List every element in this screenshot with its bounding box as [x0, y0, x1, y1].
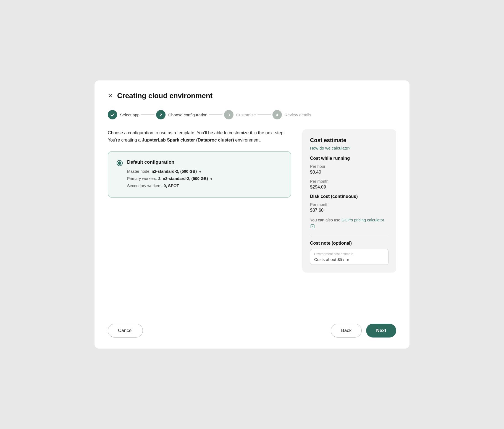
step-circle-4: 4	[272, 110, 282, 119]
step-select-app: Select app	[108, 110, 140, 119]
stepper: Select app 2 Choose configuration 3 Cust…	[108, 110, 396, 119]
step-2-label: Choose configuration	[168, 113, 208, 117]
content-area: Choose a configuration to use as a templ…	[108, 129, 396, 306]
divider	[310, 235, 389, 235]
cost-note-title: Cost note (optional)	[310, 241, 389, 246]
disk-section: Disk cost (continuous) Per month $37.60	[310, 194, 389, 213]
dialog-header: ✕ Creating cloud environment	[108, 91, 396, 100]
step-choose-config: 2 Choose configuration	[156, 110, 208, 119]
dialog-title: Creating cloud environment	[117, 91, 212, 100]
left-panel: Choose a configuration to use as a templ…	[108, 129, 291, 306]
step-customize: 3 Customize	[224, 110, 256, 119]
intro-text: Choose a configuration to use as a templ…	[108, 129, 290, 143]
intro-bold: JupyterLab Spark cluster (Dataproc clust…	[142, 138, 234, 142]
config-detail-primary: Primary workers: 2, n2-standard-2, (500 …	[127, 175, 282, 182]
config-card-header: Default configuration Master node: n2-st…	[117, 159, 282, 189]
footer-right: Back Next	[331, 324, 396, 338]
connector-2	[209, 114, 222, 115]
step-1-label: Select app	[120, 113, 140, 117]
config-detail-master: Master node: n2-standard-2, (500 GB) ●	[127, 168, 282, 175]
next-button[interactable]: Next	[366, 324, 396, 338]
pricing-note: You can also use GCP's pricing calculato…	[310, 217, 389, 229]
connector-1	[141, 114, 154, 115]
footer: Cancel Back Next	[108, 319, 396, 338]
disk-per-month-value: $37.60	[310, 208, 389, 213]
back-button[interactable]: Back	[331, 324, 362, 338]
disk-per-month-label: Per month	[310, 202, 389, 207]
disk-title: Disk cost (continuous)	[310, 194, 389, 199]
cost-panel: Cost estimate How do we calculate? Cost …	[302, 129, 396, 273]
per-hour-value: $0.40	[310, 170, 389, 175]
step-review: 4 Review details	[272, 110, 311, 119]
step-circle-2: 2	[156, 110, 166, 119]
step-circle-3: 3	[224, 110, 233, 119]
cancel-button[interactable]: Cancel	[108, 324, 143, 338]
external-link-icon: ↗	[311, 224, 314, 228]
dialog: ✕ Creating cloud environment Select app …	[95, 80, 410, 349]
config-detail-secondary: Secondary workers: 0, SPOT	[127, 182, 282, 189]
cost-title: Cost estimate	[310, 137, 389, 143]
config-card[interactable]: Default configuration Master node: n2-st…	[108, 151, 291, 198]
per-month-value: $294.09	[310, 185, 389, 190]
step-4-label: Review details	[285, 113, 311, 117]
cost-note-placeholder: Environment cost estimate	[314, 252, 384, 256]
step-circle-1	[108, 110, 117, 119]
config-info: Default configuration Master node: n2-st…	[127, 159, 282, 189]
radio-inner	[118, 161, 121, 165]
running-title: Cost while running	[310, 156, 389, 161]
how-we-calculate-link[interactable]: How do we calculate?	[310, 146, 389, 150]
config-title: Default configuration	[127, 159, 282, 165]
connector-3	[258, 114, 271, 115]
cost-note-container: Environment cost estimate Costs about $5…	[310, 249, 389, 265]
per-month-label: Per month	[310, 179, 389, 184]
radio-button[interactable]	[117, 160, 123, 166]
cost-note-value[interactable]: Costs about $5 / hr	[314, 257, 384, 262]
step-3-label: Customize	[236, 113, 256, 117]
close-icon[interactable]: ✕	[108, 93, 113, 99]
per-hour-label: Per hour	[310, 164, 389, 169]
